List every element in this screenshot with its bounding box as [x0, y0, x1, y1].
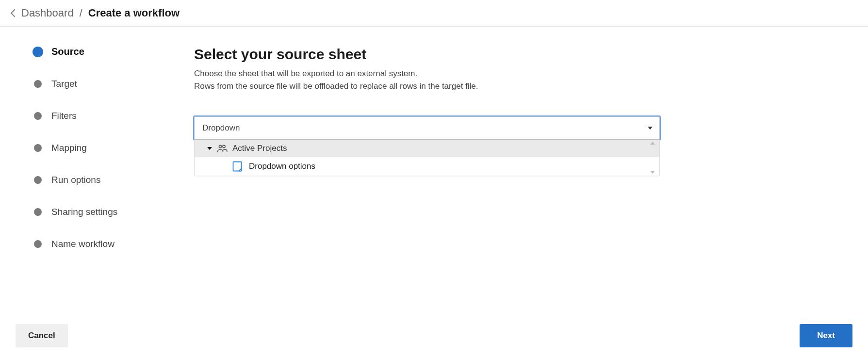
- sheet-label: Dropdown options: [249, 162, 315, 171]
- step-run-options[interactable]: Run options: [34, 175, 182, 185]
- step-label: Sharing settings: [51, 207, 117, 217]
- step-label: Source: [51, 46, 84, 57]
- dropdown-scrollbar[interactable]: [650, 140, 658, 176]
- page-title: Select your source sheet: [194, 46, 660, 63]
- back-icon[interactable]: [10, 7, 18, 19]
- caret-down-icon: [648, 127, 653, 130]
- step-dot-icon: [34, 240, 42, 248]
- dropdown-menu: Active Projects Dropdown options: [194, 140, 660, 176]
- header: Dashboard / Create a workflow: [0, 0, 868, 27]
- step-dot-icon: [34, 176, 42, 184]
- svg-point-0: [219, 145, 221, 147]
- step-dot-icon: [34, 112, 42, 120]
- step-mapping[interactable]: Mapping: [34, 143, 182, 153]
- breadcrumb-dashboard[interactable]: Dashboard: [21, 7, 74, 19]
- step-source[interactable]: Source: [34, 46, 182, 57]
- step-label: Target: [51, 79, 77, 89]
- step-target[interactable]: Target: [34, 79, 182, 89]
- step-name-workflow[interactable]: Name workflow: [34, 239, 182, 249]
- scroll-down-icon[interactable]: [650, 171, 655, 174]
- step-sharing-settings[interactable]: Sharing settings: [34, 207, 182, 217]
- step-label: Name workflow: [51, 239, 115, 249]
- step-list: Source Target Filters Mapping Run option…: [34, 46, 182, 249]
- step-dot-icon: [34, 208, 42, 216]
- folder-row-active-projects[interactable]: Active Projects: [195, 140, 659, 157]
- step-dot-icon: [34, 144, 42, 152]
- step-label: Mapping: [51, 143, 87, 153]
- folder-label: Active Projects: [232, 144, 287, 153]
- step-filters[interactable]: Filters: [34, 111, 182, 121]
- source-sheet-dropdown[interactable]: Dropdown: [194, 116, 660, 140]
- dropdown-value: Dropdown: [202, 123, 240, 133]
- step-dot-icon: [34, 80, 42, 88]
- page-subtitle-line2: Rows from the source file will be offloa…: [194, 80, 660, 93]
- step-dot-icon: [33, 47, 43, 57]
- sheet-row-dropdown-options[interactable]: Dropdown options: [195, 157, 659, 176]
- breadcrumb-current: Create a workflow: [88, 7, 180, 19]
- triangle-down-icon: [207, 147, 212, 150]
- content: Select your source sheet Choose the shee…: [194, 46, 718, 249]
- page-subtitle-line1: Choose the sheet that will be exported t…: [194, 67, 660, 80]
- breadcrumb-separator: /: [77, 7, 85, 19]
- people-icon: [217, 145, 228, 152]
- sidebar: Source Target Filters Mapping Run option…: [0, 46, 194, 249]
- sheet-icon: [232, 161, 242, 172]
- step-label: Run options: [51, 175, 100, 185]
- scroll-up-icon[interactable]: [650, 142, 655, 145]
- step-label: Filters: [51, 111, 77, 121]
- svg-point-1: [223, 145, 225, 147]
